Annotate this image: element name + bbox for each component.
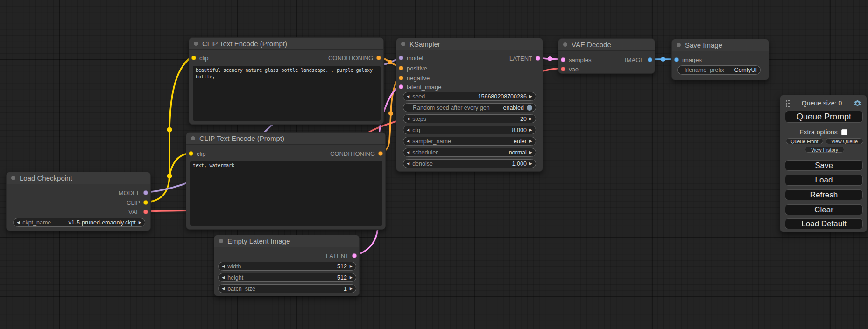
drag-handle-icon[interactable] <box>785 99 790 107</box>
image-output-port[interactable] <box>648 57 652 62</box>
stepper-left-arrow-icon[interactable]: ◀ <box>407 128 409 132</box>
random-seed-toggle-widget[interactable]: Random seed after every gen enabled <box>403 103 536 112</box>
negative-prompt-textarea[interactable]: text, watermark <box>190 161 382 226</box>
ckpt-name-widget[interactable]: ◀ ckpt_name v1-5-pruned-emaonly.ckpt ▶ <box>13 218 145 227</box>
node-empty-latent-image[interactable]: Empty Latent Image LATENT ◀ width 512 ▶ … <box>214 235 360 296</box>
stepper-left-arrow-icon[interactable]: ◀ <box>222 287 225 291</box>
vae-output-port[interactable] <box>143 210 148 214</box>
stepper-left-arrow-icon[interactable]: ◀ <box>222 276 225 280</box>
toggle-enabled-icon[interactable] <box>527 105 532 111</box>
load-button[interactable]: Load <box>785 175 863 186</box>
stepper-right-arrow-icon[interactable]: ▶ <box>529 95 532 98</box>
reroute-dot-conditioning-negative[interactable] <box>388 111 393 116</box>
images-input-port[interactable] <box>674 57 679 62</box>
node-title-bar[interactable]: Load Checkpoint <box>7 172 150 184</box>
batch-size-widget[interactable]: ◀ batch_size 1 ▶ <box>218 284 356 293</box>
stepper-left-arrow-icon[interactable]: ◀ <box>407 140 409 143</box>
stepper-right-arrow-icon[interactable]: ▶ <box>529 162 532 166</box>
vae-input-port[interactable] <box>561 67 565 71</box>
conditioning-output-port[interactable] <box>378 151 383 156</box>
stepper-right-arrow-icon[interactable]: ▶ <box>350 265 353 268</box>
stepper-left-arrow-icon[interactable]: ◀ <box>407 162 409 166</box>
collapse-dot-icon[interactable] <box>194 42 198 46</box>
widget-label: ckpt_name <box>22 219 51 226</box>
view-history-button[interactable]: View History <box>805 147 844 153</box>
samples-input-port[interactable] <box>561 57 565 62</box>
refresh-button[interactable]: Refresh <box>785 189 863 200</box>
height-widget[interactable]: ◀ height 512 ▶ <box>218 273 356 282</box>
node-load-checkpoint[interactable]: Load Checkpoint MODEL CLIP VAE ◀ ckpt_na… <box>6 172 151 231</box>
widget-label: cfg <box>412 127 420 133</box>
stepper-left-arrow-icon[interactable]: ◀ <box>17 221 20 224</box>
node-title-label: VAE Decode <box>572 41 611 49</box>
collapse-dot-icon[interactable] <box>191 136 195 140</box>
positive-prompt-textarea[interactable]: beautiful scenery nature glass bottle la… <box>193 66 381 121</box>
stepper-left-arrow-icon[interactable]: ◀ <box>407 117 409 121</box>
latent-output-port[interactable] <box>536 56 540 61</box>
node-title-bar[interactable]: CLIP Text Encode (Prompt) <box>189 38 383 50</box>
conditioning-output-port[interactable] <box>376 56 381 60</box>
clip-output-port[interactable] <box>143 200 148 205</box>
stepper-right-arrow-icon[interactable]: ▶ <box>529 128 532 132</box>
stepper-right-arrow-icon[interactable]: ▶ <box>350 276 353 280</box>
stepper-right-arrow-icon[interactable]: ▶ <box>350 287 353 291</box>
sampler-name-widget[interactable]: ◀ sampler_name euler ▶ <box>403 137 536 146</box>
widget-label: denoise <box>412 161 433 167</box>
denoise-widget[interactable]: ◀ denoise 1.000 ▶ <box>403 159 536 168</box>
latent-image-input-port[interactable] <box>399 84 403 89</box>
clip-input-port[interactable] <box>191 56 196 60</box>
negative-input-port[interactable] <box>399 76 403 80</box>
queue-prompt-button[interactable]: Queue Prompt <box>785 111 863 123</box>
reroute-dot-image[interactable] <box>661 57 665 62</box>
collapse-dot-icon[interactable] <box>11 176 15 180</box>
latent-output-port[interactable] <box>352 253 357 258</box>
node-title-bar[interactable]: KSampler <box>396 38 543 50</box>
collapse-dot-icon[interactable] <box>401 42 405 46</box>
seed-widget[interactable]: ◀ seed 156680208700286 ▶ <box>403 92 536 101</box>
stepper-right-arrow-icon[interactable]: ▶ <box>529 151 532 154</box>
load-default-button[interactable]: Load Default <box>785 218 863 229</box>
cfg-widget[interactable]: ◀ cfg 8.000 ▶ <box>403 126 536 134</box>
input-slot-clip: clip <box>189 150 206 157</box>
view-queue-button[interactable]: View Queue <box>826 138 863 144</box>
node-clip-text-encode-negative[interactable]: CLIP Text Encode (Prompt) clip CONDITION… <box>186 132 386 230</box>
node-title-bar[interactable]: VAE Decode <box>558 39 655 51</box>
collapse-dot-icon[interactable] <box>677 43 681 47</box>
node-title-bar[interactable]: CLIP Text Encode (Prompt) <box>186 133 385 145</box>
collapse-dot-icon[interactable] <box>219 239 223 243</box>
node-vae-decode[interactable]: VAE Decode samples vae IMAGE <box>558 38 655 74</box>
collapse-dot-icon[interactable] <box>563 42 567 47</box>
stepper-left-arrow-icon[interactable]: ◀ <box>407 95 409 98</box>
reroute-dot-clip-upper[interactable] <box>167 127 172 133</box>
queue-menu-panel[interactable]: Queue size: 0 Queue Prompt Extra options… <box>780 95 867 232</box>
width-widget[interactable]: ◀ width 512 ▶ <box>218 262 356 271</box>
stepper-left-arrow-icon[interactable]: ◀ <box>407 151 409 154</box>
filename-prefix-widget[interactable]: filename_prefix ComfyUI <box>677 65 761 75</box>
node-save-image[interactable]: Save Image images filename_prefix ComfyU… <box>671 39 769 80</box>
settings-gear-icon[interactable] <box>854 99 861 107</box>
queue-front-button[interactable]: Queue Front <box>786 138 823 144</box>
node-title-bar[interactable]: Save Image <box>672 39 769 51</box>
extra-options-checkbox[interactable] <box>841 129 847 135</box>
clear-button[interactable]: Clear <box>785 204 863 215</box>
save-button[interactable]: Save <box>785 160 863 171</box>
reroute-dot-conditioning-positive[interactable] <box>388 60 392 64</box>
steps-widget[interactable]: ◀ steps 20 ▶ <box>403 114 536 123</box>
positive-input-port[interactable] <box>399 66 403 70</box>
node-clip-text-encode-positive[interactable]: CLIP Text Encode (Prompt) clip CONDITION… <box>189 37 384 125</box>
reroute-dot-latent[interactable] <box>548 56 552 61</box>
model-output-port[interactable] <box>143 190 148 195</box>
reroute-dot-clip-lower[interactable] <box>167 174 172 179</box>
node-title-bar[interactable]: Empty Latent Image <box>214 235 359 247</box>
node-graph-canvas[interactable]: Load Checkpoint MODEL CLIP VAE ◀ ckpt_na… <box>0 0 868 329</box>
node-title-label: Save Image <box>685 41 722 49</box>
stepper-right-arrow-icon[interactable]: ▶ <box>529 140 532 143</box>
node-ksampler[interactable]: KSampler model positive negative latent_… <box>396 38 543 172</box>
stepper-right-arrow-icon[interactable]: ▶ <box>139 221 141 224</box>
scheduler-widget[interactable]: ◀ scheduler normal ▶ <box>403 148 536 157</box>
stepper-right-arrow-icon[interactable]: ▶ <box>529 117 532 121</box>
stepper-left-arrow-icon[interactable]: ◀ <box>222 265 225 268</box>
model-input-port[interactable] <box>399 56 403 60</box>
clip-input-port[interactable] <box>189 151 193 156</box>
slot-label: model <box>407 55 423 62</box>
